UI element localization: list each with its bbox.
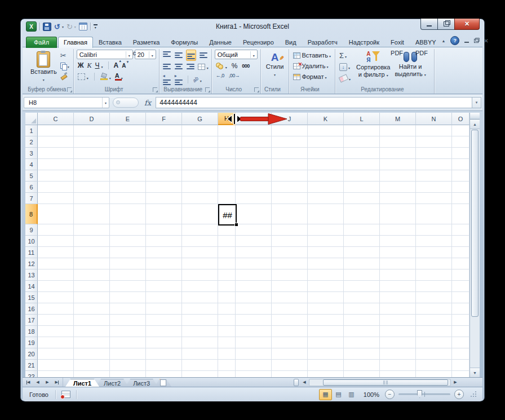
cell-L8[interactable] xyxy=(344,204,380,224)
cell-D22[interactable] xyxy=(74,371,110,377)
cell-I1[interactable] xyxy=(236,125,272,136)
cell-J8[interactable] xyxy=(272,204,308,224)
cell-O2[interactable] xyxy=(452,136,469,148)
cell-O11[interactable] xyxy=(452,247,469,258)
cell-J10[interactable] xyxy=(272,236,308,247)
cell-F15[interactable] xyxy=(146,292,182,303)
cell-K2[interactable] xyxy=(308,136,344,148)
scroll-up-button[interactable] xyxy=(470,120,480,129)
cell-N1[interactable] xyxy=(416,125,452,136)
cell-E2[interactable] xyxy=(110,136,146,148)
cell-H18[interactable] xyxy=(218,326,236,337)
row-header-15[interactable]: 15 xyxy=(25,292,38,303)
row-header-17[interactable]: 17 xyxy=(25,315,38,326)
sheet-tab-Лист2[interactable]: Лист2 xyxy=(96,379,129,387)
horizontal-scrollbar[interactable] xyxy=(309,379,451,386)
cell-G10[interactable] xyxy=(182,236,218,247)
cell-D19[interactable] xyxy=(74,337,110,348)
cell-O13[interactable] xyxy=(452,269,469,281)
ribbon-tab-ABBYY PDF[interactable]: ABBYY PDF xyxy=(410,37,442,48)
cell-L7[interactable] xyxy=(344,193,380,204)
column-header-O[interactable]: O xyxy=(452,113,469,125)
row-header-14[interactable]: 14 xyxy=(25,281,38,292)
row-header-20[interactable]: 20 xyxy=(25,348,38,360)
cell-O10[interactable] xyxy=(452,236,469,247)
cell-M9[interactable] xyxy=(380,224,416,236)
cell-L22[interactable] xyxy=(344,371,380,377)
cell-L17[interactable] xyxy=(344,315,380,326)
cell-N20[interactable] xyxy=(416,348,452,360)
fill-handle[interactable] xyxy=(234,223,238,227)
align-top-button[interactable] xyxy=(162,50,171,60)
cell-L21[interactable] xyxy=(344,360,380,371)
cell-F18[interactable] xyxy=(146,326,182,337)
cell-K4[interactable] xyxy=(308,159,344,170)
cell-L1[interactable] xyxy=(344,125,380,136)
cell-G2[interactable] xyxy=(182,136,218,148)
cell-D15[interactable] xyxy=(74,292,110,303)
ribbon-tab-Главная[interactable]: Главная xyxy=(58,37,93,48)
cell-M15[interactable] xyxy=(380,292,416,303)
cell-E13[interactable] xyxy=(110,269,146,281)
cell-G21[interactable] xyxy=(182,360,218,371)
row-header-10[interactable]: 10 xyxy=(25,236,38,247)
cell-N7[interactable] xyxy=(416,193,452,204)
cell-C10[interactable] xyxy=(38,236,74,247)
cell-M11[interactable] xyxy=(380,247,416,258)
paste-dropdown-icon[interactable] xyxy=(43,76,45,84)
cell-L4[interactable] xyxy=(344,159,380,170)
cell-N12[interactable] xyxy=(416,258,452,269)
cell-F4[interactable] xyxy=(146,159,182,170)
cell-K18[interactable] xyxy=(308,326,344,337)
cell-L12[interactable] xyxy=(344,258,380,269)
ribbon-tab-Надстройк[interactable]: Надстройк xyxy=(343,37,385,48)
expand-formula-bar-button[interactable] xyxy=(472,97,481,108)
cell-G7[interactable] xyxy=(182,193,218,204)
cell-M16[interactable] xyxy=(380,303,416,315)
cell-H12[interactable] xyxy=(218,258,236,269)
insert-cells-button[interactable]: Вставить xyxy=(292,51,332,59)
cell-M17[interactable] xyxy=(380,315,416,326)
cell-O12[interactable] xyxy=(452,258,469,269)
name-box[interactable]: H8 xyxy=(24,97,109,108)
cell-D20[interactable] xyxy=(74,348,110,360)
macro-record-icon[interactable] xyxy=(61,391,70,398)
cell-N19[interactable] xyxy=(416,337,452,348)
cell-E8[interactable] xyxy=(110,204,146,224)
cell-M13[interactable] xyxy=(380,269,416,281)
cell-F22[interactable] xyxy=(146,371,182,377)
cell-E17[interactable] xyxy=(110,315,146,326)
increase-font-button[interactable]: A▲ xyxy=(114,61,119,69)
cell-M20[interactable] xyxy=(380,348,416,360)
cell-J21[interactable] xyxy=(272,360,308,371)
cell-H5[interactable] xyxy=(218,170,236,182)
cell-M12[interactable] xyxy=(380,258,416,269)
cell-K9[interactable] xyxy=(308,224,344,236)
cell-E21[interactable] xyxy=(110,360,146,371)
cell-N13[interactable] xyxy=(416,269,452,281)
cell-M8[interactable] xyxy=(380,204,416,224)
cell-K21[interactable] xyxy=(308,360,344,371)
cell-C11[interactable] xyxy=(38,247,74,258)
cell-C16[interactable] xyxy=(38,303,74,315)
increase-decimal-button[interactable]: ←,0 xyxy=(216,73,224,78)
cell-K11[interactable] xyxy=(308,247,344,258)
cell-F14[interactable] xyxy=(146,281,182,292)
cell-O6[interactable] xyxy=(452,182,469,193)
cell-H2[interactable] xyxy=(218,136,236,148)
font-family-combo[interactable]: Calibri xyxy=(77,50,133,59)
cell-K12[interactable] xyxy=(308,258,344,269)
cell-J14[interactable] xyxy=(272,281,308,292)
font-dialog-launcher-icon[interactable] xyxy=(153,87,157,92)
cell-H7[interactable] xyxy=(218,193,236,204)
resize-grip-icon[interactable] xyxy=(470,391,477,398)
font-size-combo[interactable]: 20 xyxy=(135,50,156,59)
cell-M5[interactable] xyxy=(380,170,416,182)
cell-L16[interactable] xyxy=(344,303,380,315)
zoom-level[interactable]: 100% xyxy=(362,391,381,398)
cell-E12[interactable] xyxy=(110,258,146,269)
cell-F20[interactable] xyxy=(146,348,182,360)
cell-O1[interactable] xyxy=(452,125,469,136)
cell-I10[interactable] xyxy=(236,236,272,247)
cell-M14[interactable] xyxy=(380,281,416,292)
